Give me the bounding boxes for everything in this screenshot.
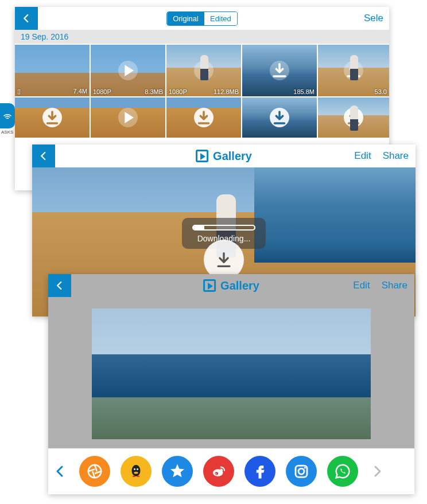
chevron-left-icon: [21, 13, 32, 24]
play-icon: [118, 61, 138, 80]
weibo-icon: [210, 463, 227, 480]
download-icon: [42, 108, 62, 127]
thumbnail[interactable]: [15, 97, 90, 138]
segment-edited[interactable]: Edited: [204, 12, 237, 25]
thumb-res: 1080P: [169, 88, 187, 95]
thumb-size: 112.8MB: [214, 88, 239, 95]
back-button[interactable]: [32, 144, 55, 167]
back-button[interactable]: [15, 7, 38, 30]
qq-icon: [127, 463, 145, 480]
chevron-right-icon: [370, 464, 384, 478]
progress-bar: [192, 225, 255, 230]
download-icon: [194, 108, 214, 127]
svg-point-11: [298, 468, 304, 474]
thumbnail[interactable]: 1080P8.3MB: [91, 45, 165, 96]
edit-link[interactable]: Edit: [354, 150, 371, 162]
play-icon: [118, 108, 138, 127]
download-arrow-icon: [214, 250, 234, 269]
share-camera[interactable]: [79, 456, 110, 487]
phone-icon: ▯: [17, 88, 21, 95]
thumbnail-row-2: [15, 97, 389, 138]
download-icon: [344, 61, 363, 80]
segment-original[interactable]: Original: [167, 12, 204, 25]
svg-point-9: [215, 473, 216, 474]
chevron-left-icon: [55, 280, 65, 291]
share-weibo[interactable]: [203, 456, 234, 487]
thumb-size: 53.0: [375, 88, 387, 95]
thumbnail[interactable]: 53.0: [318, 45, 389, 96]
gallery-title-text: Gallery: [220, 279, 259, 292]
svg-point-8: [215, 472, 219, 475]
download-icon: [270, 108, 289, 127]
photo-content: [254, 167, 416, 263]
thumbnail[interactable]: [242, 97, 317, 138]
thumb-res: 1080P: [93, 88, 111, 95]
thumb-size: 7.4M: [73, 88, 87, 95]
thumbnail-row-1: ▯7.4M 1080P8.3MB 1080P112.8MB 185.8M 53.…: [15, 45, 389, 96]
thumb-size: 8.3MB: [145, 88, 163, 95]
play-icon: [194, 61, 214, 80]
share-whatsapp[interactable]: [327, 456, 358, 487]
svg-point-1: [132, 465, 141, 476]
whatsapp-icon: [334, 463, 351, 480]
photo-preview[interactable]: [92, 308, 371, 439]
svg-point-12: [304, 467, 306, 468]
thumbnail[interactable]: [91, 97, 165, 138]
thumbnail[interactable]: ▯7.4M: [15, 45, 90, 96]
date-header: 19 Sep. 2016: [15, 30, 389, 44]
share-sheet: [48, 448, 414, 494]
share-link[interactable]: Share: [382, 280, 407, 291]
gallery-title: Gallery: [196, 150, 252, 163]
select-link[interactable]: Sele: [364, 13, 383, 24]
share-scroll-left[interactable]: [52, 464, 69, 478]
thumbnail[interactable]: [318, 97, 389, 138]
thumbnail[interactable]: 1080P112.8MB: [166, 45, 241, 96]
gallery-share-screen: Gallery Edit Share: [48, 274, 414, 494]
svg-point-3: [137, 468, 138, 470]
thumbnail[interactable]: 185.8M: [242, 45, 317, 96]
aperture-icon: [86, 463, 103, 480]
svg-point-4: [134, 472, 138, 474]
gallery-icon: [203, 279, 216, 292]
back-button[interactable]: [48, 274, 71, 297]
gallery-title: Gallery: [203, 279, 259, 292]
share-qq[interactable]: [121, 456, 152, 487]
share-qzone[interactable]: [162, 456, 193, 487]
grid-header: Original Edited Sele: [15, 7, 389, 30]
header-actions: Edit Share: [353, 280, 407, 291]
svg-point-2: [134, 468, 135, 470]
thumbnail[interactable]: [166, 97, 241, 138]
original-edited-toggle[interactable]: Original Edited: [166, 11, 238, 26]
download-icon: [344, 108, 363, 127]
asks-badge[interactable]: [0, 103, 15, 128]
wifi-icon: [2, 111, 13, 121]
facebook-icon: [251, 463, 269, 480]
gallery-header: Gallery Edit Share: [32, 144, 416, 167]
gallery-icon: [196, 150, 208, 162]
edit-link[interactable]: Edit: [353, 280, 370, 291]
header-actions: Edit Share: [354, 150, 409, 162]
share-scroll-right[interactable]: [368, 464, 386, 478]
share-link[interactable]: Share: [383, 150, 409, 162]
thumb-size: 185.8M: [293, 88, 315, 95]
download-icon: [270, 61, 289, 80]
asks-label: ASKS: [1, 130, 13, 135]
svg-point-5: [133, 476, 135, 478]
share-instagram[interactable]: [286, 456, 317, 487]
share-facebook[interactable]: [244, 456, 275, 487]
gallery-header: Gallery Edit Share: [48, 274, 414, 297]
instagram-icon: [293, 463, 310, 480]
star-icon: [169, 463, 186, 480]
svg-point-6: [137, 476, 139, 478]
svg-point-7: [213, 469, 223, 476]
chevron-left-icon: [53, 464, 67, 478]
chevron-left-icon: [38, 151, 49, 161]
gallery-title-text: Gallery: [213, 150, 252, 163]
